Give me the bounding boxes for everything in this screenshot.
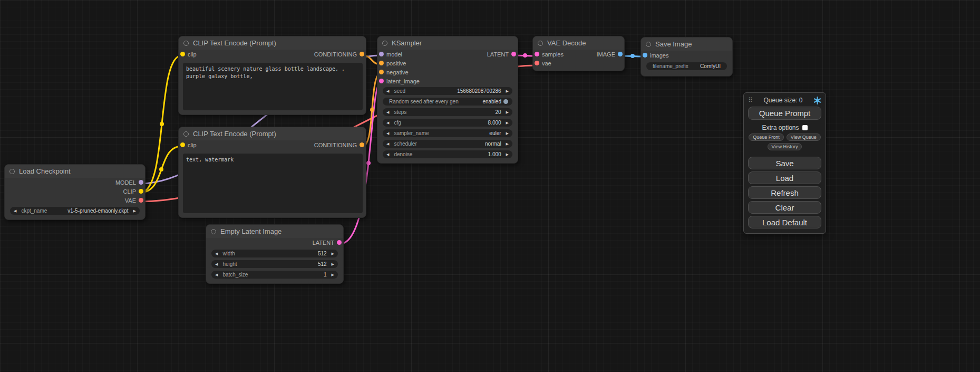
model-port-icon[interactable]: [379, 52, 384, 56]
arrow-right-icon[interactable]: ▶: [506, 110, 509, 114]
widget-filename-prefix[interactable]: filename_prefix ComfyUI: [646, 62, 727, 70]
output-slot-conditioning[interactable]: CONDITIONING: [314, 51, 364, 58]
conditioning-port-icon[interactable]: [379, 70, 384, 74]
input-slot-model[interactable]: model: [379, 51, 402, 58]
arrow-left-icon[interactable]: ◀: [215, 262, 218, 266]
negative-prompt-textarea[interactable]: text, watermark: [183, 154, 363, 213]
node-empty-latent-image[interactable]: Empty Latent Image LATENT ◀ width 512 ▶ …: [206, 224, 344, 284]
arrow-left-icon[interactable]: ◀: [215, 252, 218, 255]
toggle-dot-icon[interactable]: [503, 99, 508, 104]
output-slot-image[interactable]: IMAGE: [597, 51, 623, 58]
image-port-icon[interactable]: [643, 53, 647, 58]
collapse-dot-icon[interactable]: [183, 131, 189, 137]
arrow-right-icon[interactable]: ▶: [133, 209, 136, 213]
input-slot-clip[interactable]: clip: [180, 51, 197, 58]
arrow-right-icon[interactable]: ▶: [506, 121, 509, 125]
arrow-left-icon[interactable]: ◀: [386, 152, 389, 156]
positive-prompt-textarea[interactable]: beautiful scenery nature glass bottle la…: [183, 63, 363, 110]
arrow-left-icon[interactable]: ◀: [14, 209, 16, 213]
latent-port-icon[interactable]: [379, 79, 384, 83]
arrow-left-icon[interactable]: ◀: [386, 121, 389, 125]
arrow-right-icon[interactable]: ▶: [506, 131, 509, 135]
conditioning-port-icon[interactable]: [360, 142, 364, 147]
load-button[interactable]: Load: [748, 171, 821, 184]
widget-width[interactable]: ◀ width 512 ▶: [211, 250, 338, 257]
arrow-right-icon[interactable]: ▶: [332, 273, 334, 276]
arrow-right-icon[interactable]: ▶: [332, 262, 334, 266]
node-clip-text-encode-negative[interactable]: CLIP Text Encode (Prompt) clip CONDITION…: [178, 127, 366, 218]
input-slot-images[interactable]: images: [643, 52, 668, 59]
collapse-dot-icon[interactable]: [183, 41, 189, 46]
arrow-right-icon[interactable]: ▶: [506, 152, 509, 156]
arrow-left-icon[interactable]: ◀: [386, 131, 389, 135]
image-port-icon[interactable]: [618, 52, 623, 56]
clip-port-icon[interactable]: [139, 189, 143, 194]
node-ksampler[interactable]: KSampler model LATENT positive negative: [377, 36, 518, 164]
model-port-icon[interactable]: [139, 180, 143, 185]
node-titlebar[interactable]: VAE Decode: [533, 36, 624, 50]
widget-scheduler[interactable]: ◀ scheduler normal ▶: [383, 140, 512, 148]
queue-front-button[interactable]: Queue Front: [749, 133, 784, 141]
clear-button[interactable]: Clear: [748, 201, 821, 214]
refresh-button[interactable]: Refresh: [748, 186, 821, 199]
widget-ckpt-name[interactable]: ◀ ckpt_name v1-5-pruned-emaonly.ckpt ▶: [10, 207, 140, 215]
output-slot-model[interactable]: MODEL: [115, 179, 143, 186]
node-titlebar[interactable]: CLIP Text Encode (Prompt): [179, 36, 366, 50]
node-clip-text-encode-positive[interactable]: CLIP Text Encode (Prompt) clip CONDITION…: [178, 36, 366, 115]
widget-seed[interactable]: ◀ seed 156680208700286 ▶: [383, 87, 512, 95]
latent-port-icon[interactable]: [337, 240, 342, 245]
collapse-dot-icon[interactable]: [9, 169, 15, 174]
widget-steps[interactable]: ◀ steps 20 ▶: [383, 108, 512, 116]
widget-sampler-name[interactable]: ◀ sampler_name euler ▶: [383, 129, 512, 137]
input-slot-positive[interactable]: positive: [379, 60, 406, 66]
queue-prompt-button[interactable]: Queue Prompt: [748, 107, 821, 120]
latent-port-icon[interactable]: [535, 52, 539, 56]
collapse-dot-icon[interactable]: [538, 41, 543, 46]
conditioning-port-icon[interactable]: [379, 61, 384, 65]
node-graph-canvas[interactable]: Load Checkpoint MODEL CLIP VAE ◀ ckpt_na…: [0, 0, 980, 372]
node-titlebar[interactable]: Empty Latent Image: [206, 225, 343, 238]
load-default-button[interactable]: Load Default: [748, 216, 821, 228]
clip-port-icon[interactable]: [180, 52, 185, 56]
extra-options-checkbox[interactable]: [802, 125, 808, 130]
output-slot-latent[interactable]: LATENT: [487, 51, 516, 58]
view-queue-button[interactable]: View Queue: [787, 133, 821, 141]
node-titlebar[interactable]: CLIP Text Encode (Prompt): [179, 127, 366, 140]
conditioning-port-icon[interactable]: [360, 52, 364, 56]
clip-port-icon[interactable]: [180, 142, 185, 147]
arrow-left-icon[interactable]: ◀: [386, 142, 389, 146]
collapse-dot-icon[interactable]: [382, 41, 387, 46]
widget-denoise[interactable]: ◀ denoise 1.000 ▶: [383, 150, 512, 158]
arrow-left-icon[interactable]: ◀: [386, 110, 389, 114]
node-save-image[interactable]: Save Image images filename_prefix ComfyU…: [641, 37, 733, 77]
input-slot-samples[interactable]: samples: [535, 51, 564, 58]
settings-gear-icon[interactable]: [813, 97, 821, 104]
output-slot-conditioning[interactable]: CONDITIONING: [314, 142, 364, 148]
widget-height[interactable]: ◀ height 512 ▶: [211, 260, 338, 268]
input-slot-clip[interactable]: clip: [180, 142, 197, 148]
save-button[interactable]: Save: [748, 157, 821, 169]
drag-handle-icon[interactable]: ⠿: [748, 97, 753, 104]
output-slot-clip[interactable]: CLIP: [123, 188, 143, 195]
collapse-dot-icon[interactable]: [211, 229, 216, 234]
arrow-right-icon[interactable]: ▶: [506, 142, 509, 146]
node-vae-decode[interactable]: VAE Decode samples IMAGE vae: [532, 36, 625, 71]
node-titlebar[interactable]: KSampler: [377, 36, 518, 50]
output-slot-vae[interactable]: VAE: [125, 197, 143, 204]
input-slot-vae[interactable]: vae: [535, 60, 551, 66]
arrow-left-icon[interactable]: ◀: [386, 89, 389, 93]
latent-port-icon[interactable]: [511, 52, 516, 56]
output-slot-latent[interactable]: LATENT: [313, 240, 342, 246]
collapse-dot-icon[interactable]: [646, 42, 651, 47]
vae-port-icon[interactable]: [139, 198, 143, 203]
view-history-button[interactable]: View History: [768, 143, 802, 150]
arrow-right-icon[interactable]: ▶: [332, 252, 334, 255]
input-slot-latent-image[interactable]: latent_image: [379, 78, 420, 84]
node-load-checkpoint[interactable]: Load Checkpoint MODEL CLIP VAE ◀ ckpt_na…: [4, 164, 145, 220]
input-slot-negative[interactable]: negative: [379, 69, 409, 75]
arrow-right-icon[interactable]: ▶: [506, 89, 509, 93]
arrow-left-icon[interactable]: ◀: [215, 273, 218, 276]
node-titlebar[interactable]: Save Image: [641, 37, 732, 51]
vae-port-icon[interactable]: [535, 61, 539, 65]
widget-batch-size[interactable]: ◀ batch_size 1 ▶: [211, 271, 338, 279]
